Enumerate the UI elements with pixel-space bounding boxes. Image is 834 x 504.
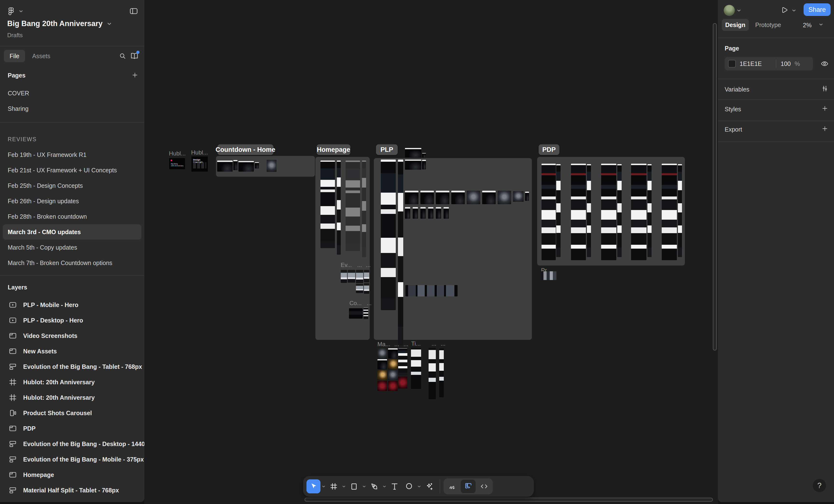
canvas-frame[interactable] xyxy=(348,270,355,283)
chevron-down-icon[interactable] xyxy=(736,8,742,13)
canvas-frame[interactable] xyxy=(498,191,511,204)
review-page-item[interactable]: Feb 25th - Design Concepts xyxy=(0,178,144,193)
canvas-frame[interactable] xyxy=(356,284,363,293)
page-item[interactable]: Sharing xyxy=(0,101,144,116)
styles-section[interactable]: Styles xyxy=(725,106,741,113)
canvas-frame[interactable] xyxy=(428,207,433,219)
tab-design[interactable]: Design xyxy=(722,19,749,31)
canvas-frame[interactable] xyxy=(631,163,646,260)
canvas-frame[interactable] xyxy=(377,348,387,358)
canvas-frame[interactable] xyxy=(451,191,465,204)
canvas-frame[interactable] xyxy=(443,207,449,219)
layer-item[interactable]: New Assets xyxy=(0,344,144,359)
canvas-frame[interactable] xyxy=(405,285,458,297)
layer-item[interactable]: Video Screenshots xyxy=(0,328,144,344)
canvas-frame[interactable] xyxy=(377,381,387,391)
review-page-item[interactable]: March 5th - Copy updates xyxy=(0,240,144,255)
section-badge[interactable]: PLP xyxy=(376,144,398,155)
visibility-eye-icon[interactable] xyxy=(819,59,830,69)
frame-tool[interactable] xyxy=(327,479,341,494)
actions-sparkle-tool[interactable] xyxy=(422,479,436,494)
tab-assets[interactable]: Assets xyxy=(28,50,54,62)
add-export-icon[interactable] xyxy=(819,123,830,134)
canvas-frame[interactable] xyxy=(482,191,496,204)
canvas-frame[interactable] xyxy=(321,160,335,248)
canvas-frame[interactable] xyxy=(420,207,426,219)
canvas-frame[interactable] xyxy=(381,159,396,310)
frame-name-label[interactable]: ... xyxy=(403,341,408,348)
variables-sliders-icon[interactable] xyxy=(819,83,830,94)
layer-item[interactable]: Hublot: 20th Anniversary xyxy=(0,390,144,405)
canvas-frame[interactable]: Big Bang 20th Anniversary xyxy=(169,158,185,169)
comment-tool-chevron-icon[interactable] xyxy=(417,479,422,494)
page-color-row[interactable]: 1E1E1E 100 % xyxy=(725,57,813,70)
variables-section[interactable]: Variables xyxy=(725,86,749,93)
chevron-down-icon[interactable] xyxy=(791,8,797,13)
canvas-frame[interactable] xyxy=(541,271,556,280)
toggle-sidebar-icon[interactable] xyxy=(128,6,139,16)
frame-name-label[interactable]: ... xyxy=(357,262,362,268)
rectangle-tool[interactable] xyxy=(347,479,361,494)
frame-tool-chevron-icon[interactable] xyxy=(341,479,347,494)
layer-item[interactable]: Evolution of the Big Bang - Desktop - 14… xyxy=(0,436,144,452)
canvas-frame[interactable] xyxy=(662,163,677,260)
frame-name-label[interactable]: ... xyxy=(432,341,436,347)
move-tool-chevron-icon[interactable] xyxy=(321,479,326,494)
color-hex-value[interactable]: 1E1E1E xyxy=(740,60,776,67)
frame-name-label[interactable]: Co... xyxy=(349,300,362,307)
project-breadcrumb[interactable]: Drafts xyxy=(7,32,23,39)
canvas-frame[interactable] xyxy=(388,381,398,391)
canvas-frame[interactable] xyxy=(349,308,363,319)
frame-name-label[interactable]: ... xyxy=(441,341,445,347)
tab-file[interactable]: File xyxy=(4,50,25,62)
review-page-item[interactable]: Feb 26th - Design updates xyxy=(0,193,144,209)
canvas-frame[interactable] xyxy=(571,163,586,260)
canvas-frame[interactable] xyxy=(405,207,410,219)
share-button[interactable]: Share xyxy=(804,3,831,16)
canvas-frame[interactable] xyxy=(346,160,360,251)
canvas-frame[interactable] xyxy=(422,153,426,157)
opacity-value[interactable]: 100 xyxy=(781,60,791,67)
frame-name-label[interactable]: ... xyxy=(366,262,371,268)
canvas-frame[interactable] xyxy=(601,163,616,260)
frame-name-label[interactable]: Ti... xyxy=(411,341,421,347)
pen-tool-chevron-icon[interactable] xyxy=(382,479,387,494)
comment-tool[interactable] xyxy=(402,479,416,494)
canvas-frame[interactable] xyxy=(364,270,369,282)
frame-name-label[interactable]: Hubl... xyxy=(169,150,185,157)
draw-mode-icon[interactable] xyxy=(445,480,460,493)
review-page-item[interactable]: Feb 21st - UX Framework + UI Concepts xyxy=(0,162,144,178)
canvas-frame[interactable] xyxy=(362,160,366,257)
canvas-frame[interactable] xyxy=(255,162,259,169)
canvas-frame[interactable] xyxy=(617,164,622,257)
review-page-item[interactable]: Feb 19th - UX Framework R1 xyxy=(0,147,144,162)
canvas-frame[interactable] xyxy=(422,160,426,170)
layer-item[interactable]: Evolution of the Big Bang - Mobile - 375… xyxy=(0,452,144,467)
canvas-frame[interactable] xyxy=(429,348,436,399)
layer-item[interactable]: PLP - Mobile - Hero xyxy=(0,297,144,312)
present-play-icon[interactable] xyxy=(779,5,790,16)
canvas-frame[interactable] xyxy=(420,191,434,204)
canvas-frame[interactable] xyxy=(364,308,368,319)
canvas-frame[interactable] xyxy=(398,376,407,389)
chevron-down-icon[interactable] xyxy=(18,9,24,14)
canvas-frame[interactable] xyxy=(341,270,347,283)
canvas-frame[interactable] xyxy=(405,159,421,170)
move-tool[interactable] xyxy=(306,479,321,494)
canvas-frame[interactable] xyxy=(405,191,418,204)
section-badge[interactable]: PDP xyxy=(539,144,559,155)
layer-item[interactable]: Hublot: 20th Anniversary xyxy=(0,374,144,390)
dev-mode-code-icon[interactable] xyxy=(477,480,491,493)
canvas-frame[interactable] xyxy=(413,207,418,219)
page-item[interactable]: COVER xyxy=(0,85,144,101)
canvas-frame[interactable] xyxy=(405,148,421,157)
color-swatch[interactable] xyxy=(728,60,736,68)
canvas-frame[interactable] xyxy=(439,348,444,397)
canvas-frame[interactable] xyxy=(377,370,387,380)
layer-item[interactable]: Product Shots Carousel xyxy=(0,405,144,421)
canvas-frame[interactable] xyxy=(678,164,682,257)
vertical-scrollbar[interactable] xyxy=(713,23,717,350)
horizontal-scrollbar[interactable] xyxy=(305,498,713,502)
canvas-frame[interactable] xyxy=(513,191,524,202)
chevron-down-icon[interactable] xyxy=(818,21,824,27)
